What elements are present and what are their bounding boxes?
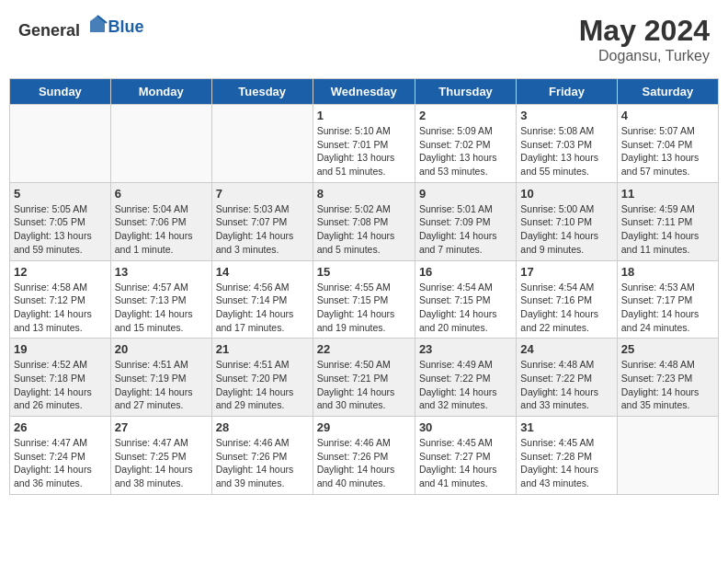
day-info: Sunrise: 4:50 AMSunset: 7:21 PMDaylight:… [317,358,411,412]
day-info: Sunrise: 5:10 AMSunset: 7:01 PMDaylight:… [317,124,411,178]
weekday-header-wednesday: Wednesday [313,79,415,105]
calendar-cell [10,105,111,183]
day-info: Sunrise: 5:08 AMSunset: 7:03 PMDaylight:… [520,124,612,178]
calendar-cell: 22Sunrise: 4:50 AMSunset: 7:21 PMDayligh… [313,339,415,417]
day-number: 8 [317,187,411,201]
day-number: 27 [115,420,208,434]
day-number: 5 [14,187,107,201]
day-number: 3 [520,109,612,122]
calendar-cell: 18Sunrise: 4:53 AMSunset: 7:17 PMDayligh… [617,260,718,339]
day-info: Sunrise: 5:07 AMSunset: 7:04 PMDaylight:… [621,124,714,178]
day-number: 17 [520,265,612,279]
calendar-cell: 20Sunrise: 4:51 AMSunset: 7:19 PMDayligh… [110,339,211,417]
calendar-cell: 13Sunrise: 4:57 AMSunset: 7:13 PMDayligh… [110,260,211,339]
weekday-header-sunday: Sunday [10,79,111,105]
day-info: Sunrise: 4:48 AMSunset: 7:23 PMDaylight:… [621,358,714,412]
day-number: 20 [115,342,208,356]
day-number: 19 [14,342,107,356]
calendar-cell: 28Sunrise: 4:46 AMSunset: 7:26 PMDayligh… [211,417,313,495]
day-info: Sunrise: 5:00 AMSunset: 7:10 PMDaylight:… [520,202,612,257]
weekday-header-tuesday: Tuesday [211,79,313,105]
calendar-cell: 15Sunrise: 4:55 AMSunset: 7:15 PMDayligh… [313,260,415,339]
day-info: Sunrise: 4:54 AMSunset: 7:15 PMDaylight:… [419,281,512,335]
month-year-title: May 2024 [579,14,710,48]
calendar-cell: 25Sunrise: 4:48 AMSunset: 7:23 PMDayligh… [617,339,718,417]
calendar-cell: 11Sunrise: 4:59 AMSunset: 7:11 PMDayligh… [617,182,718,260]
day-info: Sunrise: 4:59 AMSunset: 7:11 PMDaylight:… [621,202,714,257]
location-subtitle: Dogansu, Turkey [579,48,710,64]
weekday-header-row: SundayMondayTuesdayWednesdayThursdayFrid… [10,79,719,105]
calendar-cell: 8Sunrise: 5:02 AMSunset: 7:08 PMDaylight… [313,182,415,260]
day-number: 13 [115,265,208,279]
day-info: Sunrise: 5:01 AMSunset: 7:09 PMDaylight:… [419,202,512,257]
day-number: 6 [115,187,208,201]
day-number: 24 [520,342,612,356]
logo-blue: Blue [108,17,144,36]
day-info: Sunrise: 4:45 AMSunset: 7:28 PMDaylight:… [520,436,612,490]
calendar-cell: 5Sunrise: 5:05 AMSunset: 7:05 PMDaylight… [10,182,111,260]
day-info: Sunrise: 4:46 AMSunset: 7:26 PMDaylight:… [317,436,411,490]
day-number: 21 [216,342,309,356]
calendar-cell: 14Sunrise: 4:56 AMSunset: 7:14 PMDayligh… [211,260,313,339]
day-number: 11 [621,187,714,201]
calendar-cell [617,417,718,495]
calendar-cell: 23Sunrise: 4:49 AMSunset: 7:22 PMDayligh… [415,339,516,417]
weekday-header-monday: Monday [110,79,211,105]
day-number: 2 [419,109,512,122]
calendar-cell: 31Sunrise: 4:45 AMSunset: 7:28 PMDayligh… [517,417,617,495]
day-number: 10 [520,187,612,201]
calendar-cell: 26Sunrise: 4:47 AMSunset: 7:24 PMDayligh… [10,417,111,495]
calendar-cell: 19Sunrise: 4:52 AMSunset: 7:18 PMDayligh… [10,339,111,417]
calendar-cell: 24Sunrise: 4:48 AMSunset: 7:22 PMDayligh… [517,339,617,417]
day-number: 29 [317,420,411,434]
day-number: 22 [317,342,411,356]
day-info: Sunrise: 5:04 AMSunset: 7:06 PMDaylight:… [115,202,208,257]
day-info: Sunrise: 5:03 AMSunset: 7:07 PMDaylight:… [216,202,309,257]
calendar-cell: 4Sunrise: 5:07 AMSunset: 7:04 PMDaylight… [617,105,718,183]
calendar-cell: 29Sunrise: 4:46 AMSunset: 7:26 PMDayligh… [313,417,415,495]
title-area: May 2024 Dogansu, Turkey [579,14,710,64]
day-number: 15 [317,265,411,279]
calendar-cell: 12Sunrise: 4:58 AMSunset: 7:12 PMDayligh… [10,260,111,339]
day-number: 31 [520,420,612,434]
day-info: Sunrise: 4:54 AMSunset: 7:16 PMDaylight:… [520,281,612,335]
day-info: Sunrise: 4:57 AMSunset: 7:13 PMDaylight:… [115,281,208,335]
calendar-cell: 1Sunrise: 5:10 AMSunset: 7:01 PMDaylight… [313,105,415,183]
day-info: Sunrise: 4:45 AMSunset: 7:27 PMDaylight:… [419,436,512,490]
day-number: 26 [14,420,107,434]
calendar-week-row: 12Sunrise: 4:58 AMSunset: 7:12 PMDayligh… [10,260,719,339]
day-info: Sunrise: 4:58 AMSunset: 7:12 PMDaylight:… [14,281,107,335]
weekday-header-thursday: Thursday [415,79,516,105]
day-info: Sunrise: 4:53 AMSunset: 7:17 PMDaylight:… [621,281,714,335]
day-number: 30 [419,420,512,434]
calendar-cell: 27Sunrise: 4:47 AMSunset: 7:25 PMDayligh… [110,417,211,495]
calendar-week-row: 19Sunrise: 4:52 AMSunset: 7:18 PMDayligh… [10,339,719,417]
day-number: 18 [621,265,714,279]
calendar-cell: 16Sunrise: 4:54 AMSunset: 7:15 PMDayligh… [415,260,516,339]
calendar-cell: 10Sunrise: 5:00 AMSunset: 7:10 PMDayligh… [517,182,617,260]
calendar-cell: 30Sunrise: 4:45 AMSunset: 7:27 PMDayligh… [415,417,516,495]
day-number: 1 [317,109,411,122]
calendar-cell: 6Sunrise: 5:04 AMSunset: 7:06 PMDaylight… [110,182,211,260]
calendar-week-row: 5Sunrise: 5:05 AMSunset: 7:05 PMDaylight… [10,182,719,260]
day-info: Sunrise: 4:49 AMSunset: 7:22 PMDaylight:… [419,358,512,412]
logo: General Blue [18,14,144,40]
calendar-cell: 17Sunrise: 4:54 AMSunset: 7:16 PMDayligh… [517,260,617,339]
day-number: 23 [419,342,512,356]
calendar-cell [211,105,313,183]
day-number: 12 [14,265,107,279]
calendar-cell: 7Sunrise: 5:03 AMSunset: 7:07 PMDaylight… [211,182,313,260]
day-info: Sunrise: 4:47 AMSunset: 7:25 PMDaylight:… [115,436,208,490]
day-number: 7 [216,187,309,201]
day-info: Sunrise: 4:55 AMSunset: 7:15 PMDaylight:… [317,281,411,335]
day-info: Sunrise: 4:51 AMSunset: 7:19 PMDaylight:… [115,358,208,412]
logo-icon [86,14,108,36]
day-number: 14 [216,265,309,279]
calendar-cell: 21Sunrise: 4:51 AMSunset: 7:20 PMDayligh… [211,339,313,417]
day-number: 4 [621,109,714,122]
calendar-week-row: 26Sunrise: 4:47 AMSunset: 7:24 PMDayligh… [10,417,719,495]
day-info: Sunrise: 4:47 AMSunset: 7:24 PMDaylight:… [14,436,107,490]
logo-general: General [18,21,80,40]
day-info: Sunrise: 5:02 AMSunset: 7:08 PMDaylight:… [317,202,411,257]
day-number: 28 [216,420,309,434]
